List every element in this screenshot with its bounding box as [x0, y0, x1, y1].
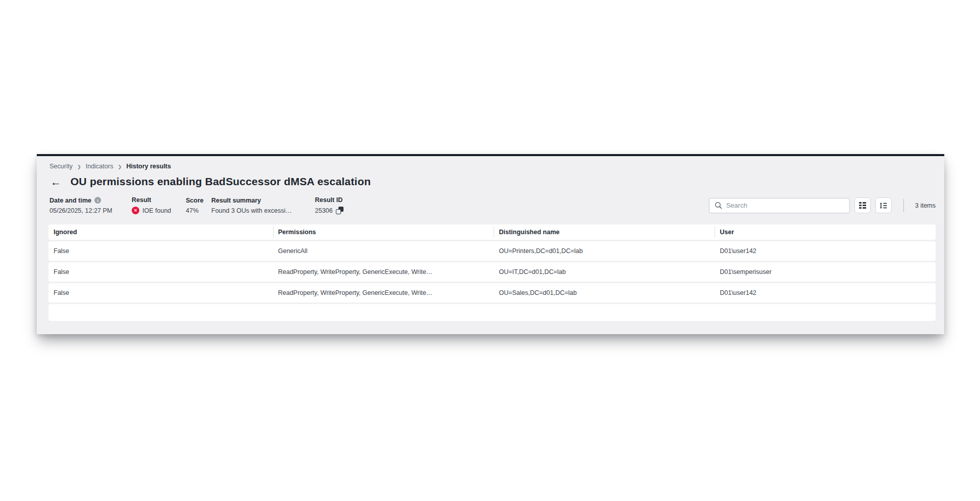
- cell-permissions: GenericAll: [273, 247, 494, 255]
- chevron-right-icon: ❯: [77, 164, 81, 169]
- table-row[interactable]: False ReadProperty, WriteProperty, Gener…: [48, 283, 936, 303]
- search-box[interactable]: [709, 198, 850, 213]
- meta-result-id-value: 25306: [315, 207, 344, 214]
- cell-permissions: ReadProperty, WriteProperty, GenericExec…: [273, 289, 494, 296]
- meta-date-and-time: Date and time i 05/26/2025, 12:27 PM: [50, 197, 132, 214]
- table-header-row: Ignored Permissions Distinguished name U…: [48, 224, 936, 240]
- meta-result: Result ✕ IOE found: [132, 196, 186, 214]
- items-count: 3 items: [915, 202, 936, 209]
- column-header-ignored[interactable]: Ignored: [48, 224, 273, 240]
- column-chooser-button[interactable]: [854, 197, 871, 213]
- history-results-card: Security ❯ Indicators ❯ History results …: [37, 154, 944, 334]
- result-text: IOE found: [142, 207, 171, 214]
- meta-result-id: Result ID 25306: [315, 196, 344, 214]
- toolbar-divider: [903, 199, 904, 212]
- meta-result-summary: Result summary Found 3 OUs with excessi…: [211, 197, 315, 214]
- search-input[interactable]: [726, 202, 844, 209]
- table-row[interactable]: False ReadProperty, WriteProperty, Gener…: [48, 262, 936, 282]
- meta-summary-label: Result summary: [211, 197, 315, 204]
- meta-score-label: Score: [186, 197, 211, 204]
- info-icon[interactable]: i: [94, 197, 101, 204]
- result-id-text: 25306: [315, 207, 333, 214]
- cell-distinguished-name: OU=Sales,DC=d01,DC=lab: [494, 289, 715, 296]
- cell-permissions: ReadProperty, WriteProperty, GenericExec…: [273, 268, 494, 275]
- row-height-icon: [879, 202, 888, 210]
- meta-score-value: 47%: [186, 207, 211, 214]
- results-table: Ignored Permissions Distinguished name U…: [48, 224, 936, 321]
- meta-date-label: Date and time i: [50, 197, 132, 204]
- cell-ignored: False: [48, 289, 273, 296]
- cell-ignored: False: [48, 268, 273, 275]
- chevron-right-icon: ❯: [118, 164, 122, 169]
- cell-user: D01\semperisuser: [715, 268, 936, 275]
- cell-user: D01\user142: [715, 289, 936, 296]
- breadcrumb: Security ❯ Indicators ❯ History results: [37, 156, 944, 170]
- cell-user: D01\user142: [715, 247, 936, 255]
- search-icon: [715, 202, 722, 209]
- column-header-user[interactable]: User: [715, 224, 936, 240]
- ioe-found-error-icon: ✕: [132, 207, 139, 214]
- row-height-button[interactable]: [875, 197, 892, 213]
- meta-summary-value: Found 3 OUs with excessi…: [211, 207, 315, 214]
- meta-date-value: 05/26/2025, 12:27 PM: [50, 207, 132, 214]
- meta-result-id-label: Result ID: [315, 196, 344, 204]
- cell-distinguished-name: OU=Printers,DC=d01,DC=lab: [494, 247, 715, 255]
- cell-distinguished-name: OU=IT,DC=d01,DC=lab: [494, 268, 715, 275]
- column-header-distinguished-name[interactable]: Distinguished name: [494, 224, 715, 240]
- column-header-permissions[interactable]: Permissions: [273, 224, 494, 240]
- breadcrumb-history-results: History results: [126, 163, 171, 170]
- copy-icon[interactable]: [336, 207, 344, 214]
- meta-row: Date and time i 05/26/2025, 12:27 PM Res…: [50, 196, 936, 214]
- title-row: ← OU permissions enabling BadSuccessor d…: [51, 176, 944, 188]
- columns-icon: [859, 202, 866, 209]
- cell-ignored: False: [48, 247, 273, 255]
- table-empty-row: [48, 304, 936, 321]
- table-toolbar: 3 items: [709, 197, 936, 213]
- breadcrumb-security[interactable]: Security: [50, 163, 72, 170]
- meta-result-value: ✕ IOE found: [132, 207, 186, 214]
- breadcrumb-indicators[interactable]: Indicators: [86, 163, 113, 170]
- meta-score: Score 47%: [186, 197, 211, 214]
- table-row[interactable]: False GenericAll OU=Printers,DC=d01,DC=l…: [48, 241, 936, 261]
- page-title: OU permissions enabling BadSuccessor dMS…: [70, 176, 371, 188]
- back-arrow-icon[interactable]: ←: [51, 177, 61, 187]
- meta-result-label: Result: [132, 196, 186, 204]
